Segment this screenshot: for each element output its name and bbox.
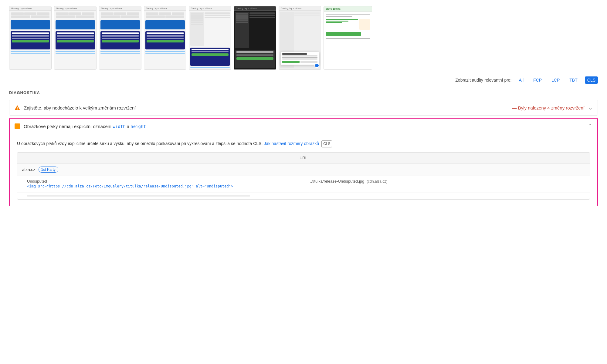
how-to-link[interactable]: Jak nastavit rozměry obrázků [264, 141, 319, 146]
filmstrip-item-7[interactable]: Gaming, hry a zábava [279, 6, 321, 70]
audit-item-layout-shifts-header[interactable]: ! Zajistěte, aby nedocházelo k velkým zm… [9, 100, 598, 115]
url-item-code: <img src="https://cdn.alza.cz/Foto/ImgGa… [27, 184, 304, 189]
audit-layout-shifts-detail: — Byly nalezeny 4 změny rozvržení [512, 105, 585, 110]
audit-layout-shifts-title: Zajistěte, aby nedocházelo k velkým změn… [24, 105, 509, 110]
audit-expanded-content: U obrázkových prvků vždy explicitně urče… [10, 134, 597, 206]
orange-square-icon [15, 123, 20, 129]
url-item-left: Undisputed <img src="https://cdn.alza.cz… [27, 179, 304, 189]
filmstrip-item-6[interactable]: Gaming, hry a zábava [234, 6, 276, 70]
audit-item-image-dimensions-header[interactable]: Obrázkové prvky nemají explicitní označe… [10, 119, 597, 134]
screenshot-header-3: Gaming, hry a zábava [99, 6, 141, 11]
filmstrip-item-5[interactable]: Gaming, hry a zábava [189, 6, 231, 70]
url-item-url-display: …titulka/release-Undisputed.jpg [308, 179, 364, 184]
audit-item-image-dimensions: Obrázkové prvky nemají explicitní označe… [9, 118, 598, 206]
screenshot-header-2: Gaming, hry a zábava [54, 6, 96, 11]
url-table-header: URL [17, 153, 590, 163]
audit-item-layout-shifts: ! Zajistěte, aby nedocházelo k velkým zm… [9, 100, 598, 116]
screenshot-header-5: Gaming, hry a zábava [189, 6, 231, 11]
url-table-domain-group: alza.cz 1st Party Undisputed <img src="h… [17, 163, 590, 199]
url-table-item-row: Undisputed <img src="https://cdn.alza.cz… [17, 176, 590, 192]
audit-filter-bar: Zobrazit audity relevantní pro: All FCP … [0, 73, 607, 87]
screenshot-header-4: Gaming, hry a zábava [144, 6, 186, 11]
filmstrip-item-8[interactable]: Sleva 100 Kč [324, 6, 372, 70]
filmstrip-item-1[interactable]: Gaming, hry a zábava [9, 6, 52, 70]
first-party-badge: 1st Party [39, 167, 58, 173]
filter-btn-all[interactable]: All [517, 76, 526, 84]
filter-label: Zobrazit audity relevantní pro: [455, 78, 511, 83]
filter-btn-lcp[interactable]: LCP [549, 76, 562, 84]
audit-description: U obrázkových prvků vždy explicitně urče… [17, 140, 590, 147]
collapse-icon: ⌄ [588, 104, 593, 111]
screenshot-header-1: Gaming, hry a zábava [9, 6, 51, 11]
svg-text:!: ! [17, 106, 18, 110]
cdn-badge: (cdn.alza.cz) [367, 179, 387, 184]
filter-btn-tbt[interactable]: TBT [567, 76, 580, 84]
diagnostika-section: DIAGNOSTIKA ! Zajistěte, aby nedocházelo… [0, 87, 607, 206]
screenshot-header-6: Gaming, hry a zábava [234, 6, 276, 11]
audit-image-dimensions-title: Obrázkové prvky nemají explicitní označe… [24, 124, 584, 129]
screenshot-header-8: Sleva 100 Kč [324, 6, 372, 12]
filmstrip-section: Gaming, hry a zábava [0, 0, 607, 73]
url-table-domain-row: alza.cz 1st Party [17, 163, 590, 176]
screenshot-header-7: Gaming, hry a zábava [279, 6, 321, 11]
page-container: Gaming, hry a zábava [0, 0, 607, 364]
warning-icon: ! [14, 105, 20, 111]
filmstrip: Gaming, hry a zábava [9, 6, 598, 70]
domain-name: alza.cz [22, 167, 36, 172]
diagnostika-title: DIAGNOSTIKA [9, 90, 598, 95]
filmstrip-item-3[interactable]: Gaming, hry a zábava [99, 6, 141, 70]
url-table-item-row-partial [17, 192, 590, 199]
filter-btn-cls[interactable]: CLS [585, 76, 598, 84]
filmstrip-item-2[interactable]: Gaming, hry a zábava [54, 6, 97, 70]
url-item-right: …titulka/release-Undisputed.jpg (cdn.alz… [308, 179, 585, 184]
url-item-label: Undisputed [27, 179, 304, 184]
filmstrip-item-4[interactable]: Gaming, hry a zábava [144, 6, 186, 70]
url-table: URL alza.cz 1st Party Undisputed <img sr… [17, 152, 590, 200]
expand-icon: ⌃ [588, 123, 592, 130]
filter-btn-fcp[interactable]: FCP [531, 76, 544, 84]
cls-badge: CLS [321, 140, 332, 147]
